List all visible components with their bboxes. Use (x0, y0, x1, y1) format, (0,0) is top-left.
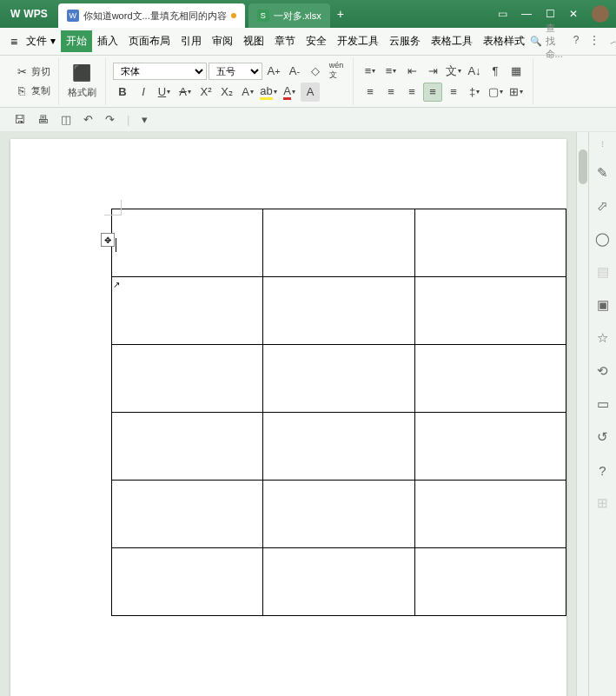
more-button[interactable]: ⋮ (589, 34, 599, 49)
table-cell[interactable] (263, 345, 414, 413)
strikethrough-button[interactable]: A▾ (176, 83, 195, 102)
subscript-button[interactable]: X₂ (217, 83, 236, 102)
properties-icon[interactable]: ▭ (594, 395, 612, 413)
history-icon[interactable]: ↺ (594, 428, 612, 446)
align-left-button[interactable]: ≡ (361, 83, 380, 102)
minimize-button[interactable]: — (514, 8, 539, 20)
qat-customize-button[interactable]: ▾ (142, 113, 148, 126)
menu-tablestyle[interactable]: 表格样式 (478, 30, 530, 52)
clipboard-icon[interactable]: ▣ (594, 296, 612, 314)
table-cell[interactable] (263, 277, 414, 345)
pencil-icon[interactable]: ✎ (594, 164, 612, 182)
help-icon[interactable]: ? (594, 461, 612, 479)
vertical-scrollbar[interactable] (576, 132, 588, 696)
borders-button[interactable]: ⊞▾ (507, 83, 526, 102)
close-button[interactable]: ✕ (562, 8, 585, 20)
table-cell[interactable] (112, 277, 263, 345)
share-icon[interactable]: ⟲ (594, 362, 612, 380)
font-size-select[interactable]: 五号 (209, 63, 262, 80)
font-name-select[interactable]: 宋体 (113, 63, 207, 80)
shading-button[interactable]: ▢▾ (486, 83, 505, 102)
window-mode-icon[interactable]: ▭ (491, 8, 514, 20)
text-direction-button[interactable]: 文▾ (444, 62, 463, 81)
document-table[interactable] (111, 209, 566, 616)
menu-start[interactable]: 开始 (61, 30, 92, 52)
table-cell[interactable] (112, 209, 263, 277)
increase-indent-button[interactable]: ⇥ (423, 62, 442, 81)
menu-insert[interactable]: 插入 (92, 30, 123, 52)
shape-icon[interactable]: ◯ (594, 230, 612, 248)
number-list-button[interactable]: ≡▾ (381, 62, 401, 81)
menu-tabletools[interactable]: 表格工具 (426, 30, 478, 52)
copy-button[interactable]: ⎘复制 (12, 83, 53, 100)
print-preview-button[interactable]: ◫ (61, 113, 71, 126)
table-cell[interactable] (112, 345, 263, 413)
tab-document-1[interactable]: W 你知道word文...量填充相同的内容 (58, 3, 245, 28)
table-cell[interactable] (263, 481, 414, 548)
table-cell[interactable] (414, 345, 566, 413)
menu-section[interactable]: 章节 (269, 30, 301, 52)
menu-review[interactable]: 审阅 (207, 30, 238, 52)
collapse-ribbon-button[interactable]: ︿ (610, 34, 616, 49)
show-marks-button[interactable]: ¶ (486, 62, 505, 81)
cut-button[interactable]: ✂剪切 (12, 63, 53, 81)
help-button[interactable]: ? (573, 34, 580, 49)
table-cell[interactable] (112, 548, 263, 616)
document-scroll-area[interactable]: ✥ ↗ (0, 132, 576, 696)
table-cell[interactable] (414, 548, 566, 616)
layers-icon[interactable]: ▤ (594, 263, 612, 281)
superscript-button[interactable]: X² (196, 83, 215, 102)
menu-layout[interactable]: 页面布局 (123, 30, 176, 52)
align-center-button[interactable]: ≡ (381, 83, 401, 102)
table-cell[interactable] (263, 209, 414, 277)
line-spacing-button[interactable]: ‡▾ (465, 83, 484, 102)
table-cell[interactable] (112, 481, 263, 548)
italic-button[interactable]: I (134, 83, 153, 102)
grid-icon[interactable]: ⊞ (594, 494, 612, 512)
maximize-button[interactable]: ☐ (539, 8, 562, 20)
add-tab-button[interactable]: + (330, 7, 351, 21)
search-input[interactable]: 🔍 查找命... (530, 22, 563, 61)
align-right-button[interactable]: ≡ (402, 83, 421, 102)
table-cell[interactable] (414, 413, 566, 481)
table-cell[interactable] (112, 413, 263, 481)
undo-button[interactable]: ↶ (83, 113, 93, 126)
menu-security[interactable]: 安全 (301, 30, 332, 52)
table-move-handle-icon[interactable]: ✥ (101, 233, 115, 247)
select-icon[interactable]: ⬀ (594, 197, 612, 215)
menu-file[interactable]: 文件 ▾ (21, 30, 60, 52)
table-cell[interactable] (414, 277, 566, 345)
table-cell[interactable] (263, 413, 414, 481)
bullet-list-button[interactable]: ≡▾ (361, 62, 380, 81)
font-color-button[interactable]: A▾ (280, 83, 299, 102)
sort-button[interactable]: A↓ (465, 62, 484, 81)
underline-button[interactable]: U▾ (155, 83, 174, 102)
menu-view[interactable]: 视图 (238, 30, 269, 52)
avatar[interactable] (592, 5, 609, 23)
format-brush-button[interactable]: ⬛ 格式刷 (64, 62, 100, 101)
highlight-button[interactable]: ab▾ (259, 83, 278, 102)
document-page[interactable]: ✥ ↗ (10, 139, 566, 696)
distribute-button[interactable]: ≡ (444, 83, 463, 102)
align-justify-button[interactable]: ≡ (423, 83, 442, 102)
decrease-font-button[interactable]: A- (285, 62, 304, 81)
phonetic-button[interactable]: wén文 (327, 62, 346, 81)
print-button[interactable]: 🖶 (37, 113, 49, 126)
char-shading-button[interactable]: A (301, 83, 320, 102)
table-cell[interactable] (414, 481, 566, 548)
redo-button[interactable]: ↷ (105, 113, 115, 126)
text-effect-button[interactable]: A▾ (238, 83, 257, 102)
tab-document-2[interactable]: S 一对多.xlsx (248, 3, 330, 28)
increase-font-button[interactable]: A+ (264, 62, 283, 81)
menu-cloud[interactable]: 云服务 (384, 30, 426, 52)
side-handle-icon[interactable]: ⫶ (600, 139, 605, 149)
menu-ref[interactable]: 引用 (176, 30, 207, 52)
save-button[interactable]: 🖫 (14, 113, 25, 126)
table-cell[interactable] (414, 209, 566, 277)
clear-format-button[interactable]: ◇ (306, 62, 325, 81)
table-cell[interactable] (263, 548, 414, 616)
menu-dev[interactable]: 开发工具 (332, 30, 384, 52)
bold-button[interactable]: B (113, 83, 132, 102)
table-insert-button[interactable]: ▦ (507, 62, 526, 81)
hamburger-icon[interactable]: ≡ (7, 31, 21, 52)
